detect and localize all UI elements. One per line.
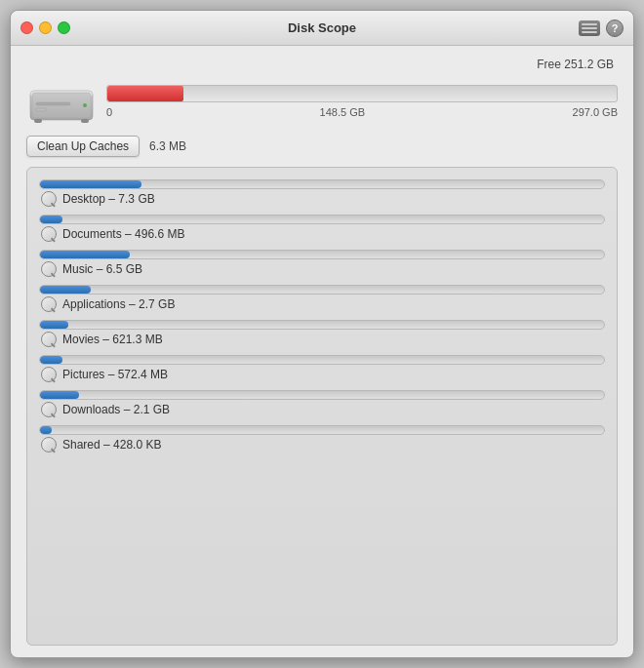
- list-item[interactable]: Documents – 496.6 MB: [39, 211, 605, 246]
- zoom-button[interactable]: [58, 21, 70, 34]
- item-label: Movies – 621.3 MB: [62, 333, 163, 346]
- help-button[interactable]: ?: [606, 20, 624, 37]
- item-label: Pictures – 572.4 MB: [62, 368, 168, 381]
- disk-row: 0 148.5 GB 297.0 GB: [26, 77, 618, 126]
- folder-list-panel: Desktop – 7.3 GBDocuments – 496.6 MBMusi…: [26, 167, 618, 646]
- item-label: Music – 6.5 GB: [62, 262, 142, 276]
- item-bar-row: [39, 285, 605, 295]
- disk-progress-track: [106, 85, 618, 102]
- item-bar-track: [39, 390, 605, 400]
- item-label-row: Documents – 496.6 MB: [39, 226, 605, 242]
- folder-search-icon: [41, 437, 57, 452]
- svg-rect-7: [81, 119, 89, 123]
- view-icon[interactable]: [579, 20, 600, 36]
- folder-search-icon: [41, 261, 57, 277]
- item-bar-track: [39, 250, 605, 259]
- list-item[interactable]: Shared – 428.0 KB: [39, 421, 605, 456]
- folder-search-icon: [41, 332, 57, 347]
- item-bar-track: [39, 285, 605, 295]
- clean-up-caches-button[interactable]: Clean Up Caches: [26, 136, 140, 157]
- free-space-label: Free 251.2 GB: [26, 58, 618, 71]
- item-bar-fill: [40, 426, 52, 434]
- item-bar-row: [39, 355, 605, 365]
- list-item[interactable]: Pictures – 572.4 MB: [39, 351, 605, 386]
- content-area: Free 251.2 GB: [11, 46, 633, 657]
- item-bar-track: [39, 425, 605, 435]
- titlebar: Disk Scope ?: [11, 11, 633, 46]
- item-bar-fill: [40, 251, 130, 258]
- list-item[interactable]: Music – 6.5 GB: [39, 246, 605, 281]
- item-bar-track: [39, 179, 605, 189]
- item-label: Desktop – 7.3 GB: [62, 192, 155, 206]
- main-window: Disk Scope ? Free 251.2 GB: [10, 10, 634, 658]
- list-item[interactable]: Applications – 2.7 GB: [39, 281, 605, 316]
- item-label: Downloads – 2.1 GB: [62, 403, 170, 416]
- window-title: Disk Scope: [288, 20, 356, 35]
- titlebar-right: ?: [579, 20, 624, 37]
- item-bar-fill: [40, 216, 62, 223]
- item-label-row: Downloads – 2.1 GB: [39, 402, 605, 417]
- item-label: Applications – 2.7 GB: [62, 297, 175, 311]
- traffic-lights: [20, 21, 70, 34]
- item-bar-row: [39, 320, 605, 330]
- folder-search-icon: [41, 191, 57, 207]
- disk-progress-labels: 0 148.5 GB 297.0 GB: [106, 106, 618, 118]
- item-label-row: Music – 6.5 GB: [39, 261, 605, 277]
- disk-section: Free 251.2 GB: [26, 58, 618, 126]
- folder-search-icon: [41, 402, 57, 417]
- folder-search-icon: [41, 226, 57, 242]
- folder-search-icon: [41, 367, 57, 382]
- item-bar-track: [39, 320, 605, 330]
- item-bar-fill: [40, 321, 68, 329]
- list-item[interactable]: Downloads – 2.1 GB: [39, 386, 605, 421]
- item-label-row: Pictures – 572.4 MB: [39, 367, 605, 382]
- item-bar-fill: [40, 180, 141, 188]
- list-item[interactable]: Movies – 621.3 MB: [39, 316, 605, 351]
- minimize-button[interactable]: [39, 21, 52, 34]
- cache-size-label: 6.3 MB: [149, 139, 186, 153]
- folder-search-icon: [41, 296, 57, 312]
- svg-rect-4: [36, 102, 70, 105]
- svg-rect-5: [36, 108, 46, 111]
- item-label-row: Movies – 621.3 MB: [39, 332, 605, 347]
- item-bar-fill: [40, 286, 91, 294]
- item-label-row: Desktop – 7.3 GB: [39, 191, 605, 207]
- item-bar-row: [39, 425, 605, 435]
- svg-point-3: [83, 103, 87, 107]
- item-bar-row: [39, 250, 605, 259]
- item-bar-fill: [40, 356, 62, 364]
- item-bar-row: [39, 390, 605, 400]
- label-start: 0: [106, 106, 112, 118]
- action-row: Clean Up Caches 6.3 MB: [26, 136, 618, 157]
- label-mid: 148.5 GB: [320, 106, 365, 118]
- label-end: 297.0 GB: [573, 106, 618, 118]
- item-bar-row: [39, 179, 605, 189]
- item-label: Documents – 496.6 MB: [62, 227, 184, 241]
- list-item[interactable]: Desktop – 7.3 GB: [39, 176, 605, 211]
- item-bar-fill: [40, 391, 79, 399]
- item-bar-track: [39, 215, 605, 224]
- item-bar-track: [39, 355, 605, 365]
- mac-mini-icon: [26, 77, 97, 126]
- disk-progress-fill: [107, 86, 183, 101]
- disk-progress: 0 148.5 GB 297.0 GB: [106, 85, 618, 118]
- item-bar-row: [39, 215, 605, 224]
- item-label-row: Applications – 2.7 GB: [39, 296, 605, 312]
- item-label-row: Shared – 428.0 KB: [39, 437, 605, 452]
- close-button[interactable]: [20, 21, 33, 34]
- item-label: Shared – 428.0 KB: [62, 438, 161, 452]
- svg-rect-6: [34, 119, 42, 123]
